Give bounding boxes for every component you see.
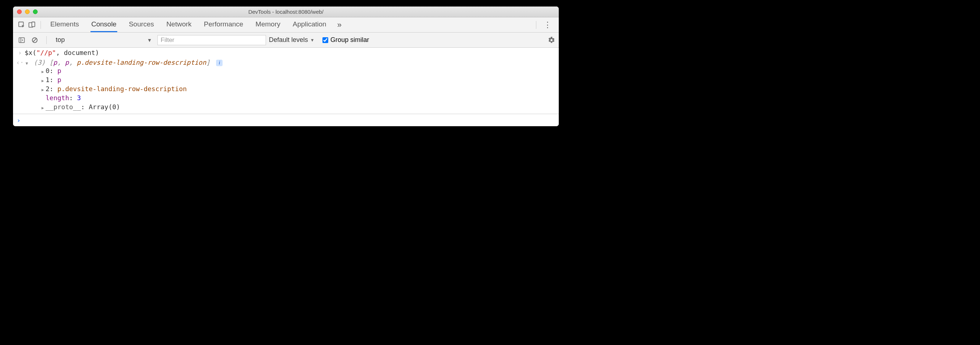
preview-item[interactable]: p [65, 59, 69, 66]
property-row[interactable]: 1: p [41, 75, 555, 84]
svg-rect-3 [19, 38, 25, 42]
divider [536, 21, 536, 29]
console-settings-icon[interactable] [548, 37, 555, 44]
panel-tabs: ElementsConsoleSourcesNetworkPerformance… [49, 17, 327, 32]
tab-sources[interactable]: Sources [128, 17, 155, 32]
prompt-icon: › [17, 116, 21, 124]
group-similar-label: Group similar [330, 36, 369, 44]
input-prompt-icon: › [16, 49, 24, 56]
kebab-menu-icon[interactable]: ⋮ [540, 20, 555, 30]
devtools-window: DevTools - localhost:8080/web/ ElementsC… [13, 6, 559, 126]
device-toggle-icon[interactable] [27, 20, 37, 30]
divider [46, 36, 47, 44]
array-length-preview: (3) [33, 59, 46, 66]
expand-toggle-icon[interactable] [41, 85, 45, 92]
preview-item[interactable]: p.devsite-landing-row-description [77, 59, 206, 66]
execution-context-select[interactable]: top ▼ [53, 35, 154, 45]
tab-network[interactable]: Network [166, 17, 192, 32]
inspect-element-icon[interactable] [17, 20, 27, 30]
console-prompt-row[interactable]: › [13, 114, 559, 126]
svg-rect-2 [32, 22, 35, 26]
clear-console-icon[interactable] [30, 35, 40, 45]
tab-memory[interactable]: Memory [255, 17, 281, 32]
expand-toggle-icon[interactable] [25, 59, 29, 66]
svg-line-7 [33, 38, 36, 41]
window-title: DevTools - localhost:8080/web/ [13, 9, 559, 15]
console-input-row: › $x("//p", document) [13, 48, 559, 57]
info-icon[interactable]: i [216, 60, 223, 66]
log-levels-select[interactable]: Default levels ▼ [269, 36, 315, 44]
dropdown-caret-icon: ▼ [147, 37, 152, 43]
toggle-sidebar-icon[interactable] [17, 35, 27, 45]
proto-property[interactable]: __proto__: Array(0) [41, 102, 555, 111]
console-result-row: ‹· (3) [p, p, p.devsite-landing-row-desc… [13, 57, 559, 114]
log-levels-label: Default levels [269, 36, 308, 44]
tab-elements[interactable]: Elements [49, 17, 80, 32]
group-similar-checkbox[interactable]: Group similar [323, 36, 369, 44]
property-row[interactable]: 2: p.devsite-landing-row-description [41, 84, 555, 93]
expanded-properties: 0: p1: p2: p.devsite-landing-row-descrip… [25, 66, 555, 111]
property-row[interactable]: 0: p [41, 66, 555, 75]
output-icon: ‹· [16, 59, 24, 66]
group-similar-input[interactable] [323, 37, 328, 43]
console-result[interactable]: (3) [p, p, p.devsite-landing-row-descrip… [24, 59, 555, 111]
preview-item[interactable]: p [53, 59, 57, 66]
expand-toggle-icon[interactable] [41, 67, 45, 75]
console-input-text[interactable]: $x("//p", document) [24, 49, 555, 56]
expand-toggle-icon[interactable] [41, 103, 45, 111]
titlebar: DevTools - localhost:8080/web/ [13, 6, 559, 17]
length-property: length: 3 [41, 93, 555, 102]
tabs-overflow-button[interactable]: » [337, 20, 342, 30]
tab-performance[interactable]: Performance [203, 17, 244, 32]
tab-console[interactable]: Console [91, 17, 117, 32]
svg-marker-5 [22, 39, 23, 41]
expand-toggle-icon[interactable] [41, 76, 45, 84]
dropdown-caret-icon: ▼ [310, 38, 315, 43]
console-toolbar: top ▼ Default levels ▼ Group similar [13, 33, 559, 48]
panel-tabs-bar: ElementsConsoleSourcesNetworkPerformance… [13, 17, 559, 33]
execution-context-value: top [56, 36, 65, 44]
tab-application[interactable]: Application [292, 17, 327, 32]
console-body: › $x("//p", document) ‹· (3) [p, p, p.de… [13, 48, 559, 126]
filter-input[interactable] [158, 35, 266, 45]
